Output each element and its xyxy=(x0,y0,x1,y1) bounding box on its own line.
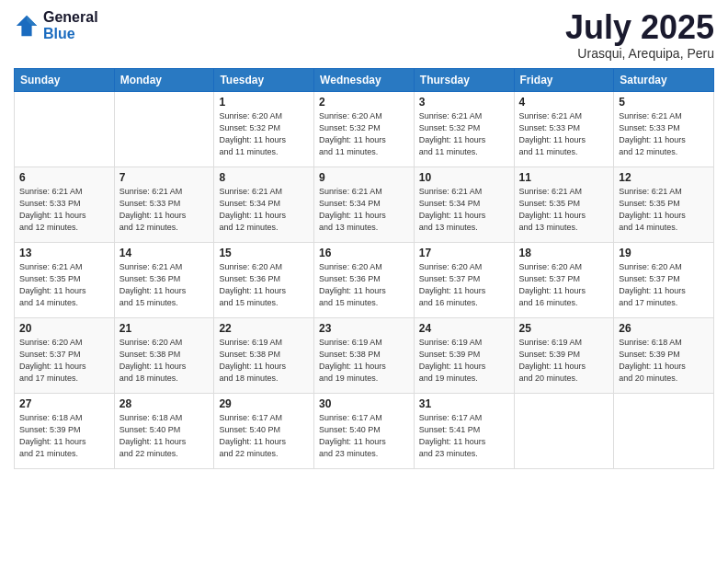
sunset-text: Sunset: 5:39 PM xyxy=(19,425,81,434)
week-row-4: 20 Sunrise: 6:20 AM Sunset: 5:37 PM Dayl… xyxy=(15,317,714,393)
calendar-table: Sunday Monday Tuesday Wednesday Thursday… xyxy=(14,68,714,469)
sunrise-text: Sunrise: 6:17 AM xyxy=(219,413,282,422)
title-area: July 2025 Urasqui, Arequipa, Peru xyxy=(565,9,714,61)
sunrise-text: Sunrise: 6:21 AM xyxy=(119,187,183,196)
day-info: Sunrise: 6:21 AM Sunset: 5:33 PM Dayligh… xyxy=(19,186,109,234)
day-cell: 11 Sunrise: 6:21 AM Sunset: 5:35 PM Dayl… xyxy=(514,167,614,242)
day-number: 27 xyxy=(19,397,109,410)
sunrise-text: Sunrise: 6:18 AM xyxy=(619,338,682,347)
sunrise-text: Sunrise: 6:21 AM xyxy=(619,111,682,121)
sunrise-text: Sunrise: 6:18 AM xyxy=(19,413,83,422)
day-number: 20 xyxy=(19,322,109,335)
week-row-5: 27 Sunrise: 6:18 AM Sunset: 5:39 PM Dayl… xyxy=(15,393,714,468)
sunrise-text: Sunrise: 6:20 AM xyxy=(619,262,682,271)
daylight-text: Daylight: 11 hoursand 20 minutes. xyxy=(619,362,686,383)
day-number: 5 xyxy=(619,96,709,109)
day-info: Sunrise: 6:21 AM Sunset: 5:33 PM Dayligh… xyxy=(619,110,709,158)
daylight-text: Daylight: 11 hoursand 19 minutes. xyxy=(319,362,386,383)
daylight-text: Daylight: 11 hoursand 19 minutes. xyxy=(419,362,486,383)
day-cell: 30 Sunrise: 6:17 AM Sunset: 5:40 PM Dayl… xyxy=(314,393,415,468)
day-number: 26 xyxy=(619,322,709,335)
logo-general-text: General xyxy=(43,9,98,26)
day-number: 28 xyxy=(119,397,210,410)
day-cell: 13 Sunrise: 6:21 AM Sunset: 5:35 PM Dayl… xyxy=(15,242,115,317)
day-info: Sunrise: 6:20 AM Sunset: 5:32 PM Dayligh… xyxy=(319,110,409,158)
day-info: Sunrise: 6:20 AM Sunset: 5:36 PM Dayligh… xyxy=(319,261,409,309)
sunset-text: Sunset: 5:41 PM xyxy=(419,425,481,434)
sunset-text: Sunset: 5:37 PM xyxy=(19,350,81,359)
day-info: Sunrise: 6:20 AM Sunset: 5:37 PM Dayligh… xyxy=(419,261,509,309)
sunset-text: Sunset: 5:34 PM xyxy=(219,199,280,208)
daylight-text: Daylight: 11 hoursand 21 minutes. xyxy=(19,437,86,458)
daylight-text: Daylight: 11 hoursand 11 minutes. xyxy=(319,135,386,156)
day-cell: 27 Sunrise: 6:18 AM Sunset: 5:39 PM Dayl… xyxy=(15,393,115,468)
day-number: 11 xyxy=(519,171,609,184)
logo-text: General Blue xyxy=(43,9,98,41)
day-number: 30 xyxy=(319,397,409,410)
sunset-text: Sunset: 5:38 PM xyxy=(319,350,381,359)
sunset-text: Sunset: 5:35 PM xyxy=(619,199,680,208)
day-number: 23 xyxy=(319,322,409,335)
sunrise-text: Sunrise: 6:21 AM xyxy=(19,187,83,196)
daylight-text: Daylight: 11 hoursand 12 minutes. xyxy=(119,211,187,232)
daylight-text: Daylight: 11 hoursand 16 minutes. xyxy=(519,286,586,307)
header-saturday: Saturday xyxy=(614,68,714,91)
day-info: Sunrise: 6:21 AM Sunset: 5:34 PM Dayligh… xyxy=(219,186,309,234)
day-number: 17 xyxy=(419,247,509,259)
day-info: Sunrise: 6:21 AM Sunset: 5:35 PM Dayligh… xyxy=(619,186,709,234)
day-number: 7 xyxy=(119,171,210,184)
daylight-text: Daylight: 11 hoursand 15 minutes. xyxy=(219,286,286,307)
daylight-text: Daylight: 11 hoursand 17 minutes. xyxy=(19,362,86,383)
day-number: 14 xyxy=(119,247,210,259)
day-number: 25 xyxy=(519,322,609,335)
day-number: 31 xyxy=(419,397,509,410)
header: General Blue July 2025 Urasqui, Arequipa… xyxy=(14,9,714,61)
day-cell: 17 Sunrise: 6:20 AM Sunset: 5:37 PM Dayl… xyxy=(414,242,514,317)
day-info: Sunrise: 6:18 AM Sunset: 5:40 PM Dayligh… xyxy=(119,412,210,460)
sunset-text: Sunset: 5:37 PM xyxy=(519,274,581,283)
sunrise-text: Sunrise: 6:20 AM xyxy=(219,111,282,121)
sunrise-text: Sunrise: 6:20 AM xyxy=(519,262,583,271)
day-info: Sunrise: 6:19 AM Sunset: 5:39 PM Dayligh… xyxy=(419,337,509,385)
day-number: 4 xyxy=(519,96,609,109)
header-friday: Friday xyxy=(514,68,614,91)
day-number: 1 xyxy=(219,96,309,109)
day-info: Sunrise: 6:21 AM Sunset: 5:35 PM Dayligh… xyxy=(519,186,609,234)
weekday-header-row: Sunday Monday Tuesday Wednesday Thursday… xyxy=(15,68,714,91)
daylight-text: Daylight: 11 hoursand 12 minutes. xyxy=(619,135,686,156)
sunrise-text: Sunrise: 6:21 AM xyxy=(519,187,583,196)
sunrise-text: Sunrise: 6:20 AM xyxy=(19,338,83,347)
daylight-text: Daylight: 11 hoursand 13 minutes. xyxy=(419,211,486,232)
sunset-text: Sunset: 5:34 PM xyxy=(319,199,381,208)
day-cell: 28 Sunrise: 6:18 AM Sunset: 5:40 PM Dayl… xyxy=(114,393,214,468)
sunset-text: Sunset: 5:38 PM xyxy=(119,350,181,359)
sunset-text: Sunset: 5:39 PM xyxy=(619,350,680,359)
day-info: Sunrise: 6:21 AM Sunset: 5:34 PM Dayligh… xyxy=(319,186,409,234)
day-cell: 2 Sunrise: 6:20 AM Sunset: 5:32 PM Dayli… xyxy=(314,91,415,167)
sunrise-text: Sunrise: 6:21 AM xyxy=(419,111,483,121)
day-info: Sunrise: 6:18 AM Sunset: 5:39 PM Dayligh… xyxy=(19,412,109,460)
day-info: Sunrise: 6:21 AM Sunset: 5:33 PM Dayligh… xyxy=(519,110,609,158)
sunset-text: Sunset: 5:32 PM xyxy=(219,123,280,132)
day-cell: 9 Sunrise: 6:21 AM Sunset: 5:34 PM Dayli… xyxy=(314,167,415,242)
day-info: Sunrise: 6:19 AM Sunset: 5:38 PM Dayligh… xyxy=(319,337,409,385)
sunrise-text: Sunrise: 6:19 AM xyxy=(319,338,382,347)
sunrise-text: Sunrise: 6:21 AM xyxy=(519,111,583,121)
day-info: Sunrise: 6:21 AM Sunset: 5:34 PM Dayligh… xyxy=(419,186,509,234)
sunrise-text: Sunrise: 6:20 AM xyxy=(219,262,282,271)
day-info: Sunrise: 6:21 AM Sunset: 5:35 PM Dayligh… xyxy=(19,261,109,309)
day-info: Sunrise: 6:20 AM Sunset: 5:38 PM Dayligh… xyxy=(119,337,210,385)
daylight-text: Daylight: 11 hoursand 12 minutes. xyxy=(19,211,86,232)
sunset-text: Sunset: 5:32 PM xyxy=(419,123,481,132)
day-info: Sunrise: 6:21 AM Sunset: 5:32 PM Dayligh… xyxy=(419,110,509,158)
day-cell: 25 Sunrise: 6:19 AM Sunset: 5:39 PM Dayl… xyxy=(514,317,614,393)
location-subtitle: Urasqui, Arequipa, Peru xyxy=(565,46,714,61)
daylight-text: Daylight: 11 hoursand 17 minutes. xyxy=(619,286,686,307)
sunrise-text: Sunrise: 6:21 AM xyxy=(319,187,382,196)
day-cell: 20 Sunrise: 6:20 AM Sunset: 5:37 PM Dayl… xyxy=(15,317,115,393)
daylight-text: Daylight: 11 hoursand 23 minutes. xyxy=(319,437,386,458)
sunset-text: Sunset: 5:37 PM xyxy=(619,274,680,283)
sunrise-text: Sunrise: 6:18 AM xyxy=(119,413,183,422)
daylight-text: Daylight: 11 hoursand 12 minutes. xyxy=(219,211,286,232)
day-number: 21 xyxy=(119,322,210,335)
